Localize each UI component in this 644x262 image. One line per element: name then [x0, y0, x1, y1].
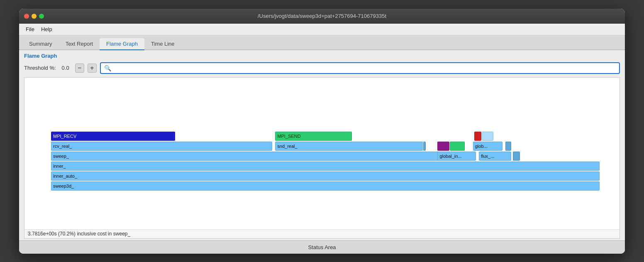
close-button[interactable] — [24, 14, 29, 19]
flame-row-flux_label[interactable]: flux_... — [479, 152, 511, 161]
app-window: /Users/jvogt/data/sweep3d+pat+2757694-71… — [19, 9, 625, 254]
maximize-button[interactable] — [39, 14, 44, 19]
flamegraph-status: 3.7816e+00s (70.2%) inclusive cost in sw… — [24, 229, 620, 238]
menu-file[interactable]: File — [22, 25, 38, 33]
section-heading: Flame Graph — [19, 50, 625, 61]
tabbar: Summary Text Report Flame Graph Time Lin… — [19, 35, 625, 50]
flame-row-light_bar_top[interactable] — [482, 132, 493, 141]
flame-row-glob_bar2[interactable] — [450, 142, 465, 151]
flame-row-glob_right_bar[interactable] — [505, 142, 511, 151]
threshold-decrement-button[interactable]: − — [75, 64, 84, 73]
search-icon: 🔍 — [104, 65, 111, 71]
tab-text-report[interactable]: Text Report — [59, 38, 100, 49]
titlebar: /Users/jvogt/data/sweep3d+pat+2757694-71… — [19, 9, 625, 24]
status-area: Status Area — [19, 240, 625, 254]
tab-summary[interactable]: Summary — [22, 38, 59, 49]
flame-row-mpi_send[interactable]: MPI_SEND — [275, 132, 352, 141]
flame-row-snd_real_bar[interactable] — [423, 142, 426, 151]
search-box: 🔍 — [100, 62, 620, 74]
flame-row-red_dot[interactable] — [474, 132, 481, 141]
flame-row-glob_label[interactable]: glob... — [473, 142, 503, 151]
tab-flame-graph[interactable]: Flame Graph — [100, 38, 144, 50]
search-input[interactable] — [113, 65, 616, 71]
menubar: File Help — [19, 24, 625, 35]
minimize-button[interactable] — [32, 14, 37, 19]
flame-canvas: sweep3d_inner_auto_inner_sweep_flux_...g… — [24, 78, 615, 211]
window-title: /Users/jvogt/data/sweep3d+pat+2757694-71… — [258, 13, 386, 19]
status-text: 3.7816e+00s (70.2%) inclusive cost in sw… — [28, 231, 130, 237]
controls-row: Threshold %: 0.0 − + 🔍 — [19, 61, 625, 77]
threshold-increment-button[interactable]: + — [88, 64, 97, 73]
flame-row-glob_bar1[interactable] — [437, 142, 449, 151]
flame-row-sweep[interactable]: sweep_ — [51, 152, 470, 161]
status-area-label: Status Area — [308, 244, 336, 250]
flame-row-rcv_real[interactable]: rcv_real_ — [51, 142, 272, 151]
flame-row-inner[interactable]: inner_ — [51, 162, 600, 171]
flame-row-sweep3d[interactable]: sweep3d_ — [51, 181, 600, 191]
threshold-label: Threshold %: — [24, 65, 56, 71]
flame-row-flux_bar[interactable] — [513, 152, 520, 161]
flamegraph-scroll[interactable]: sweep3d_inner_auto_inner_sweep_flux_...g… — [24, 78, 620, 238]
traffic-lights — [24, 14, 44, 19]
flame-row-snd_real[interactable]: snd_real_ — [275, 142, 423, 151]
threshold-value: 0.0 — [59, 65, 72, 71]
flame-row-global_in[interactable]: global_in... — [437, 152, 476, 161]
tab-time-line[interactable]: Time Line — [144, 38, 181, 49]
flame-row-inner_auto[interactable]: inner_auto_ — [51, 171, 600, 181]
menu-help[interactable]: Help — [38, 25, 56, 33]
flamegraph-container: sweep3d_inner_auto_inner_sweep_flux_...g… — [24, 77, 620, 239]
flame-row-mpi_recv[interactable]: MPI_RECV — [51, 132, 175, 141]
